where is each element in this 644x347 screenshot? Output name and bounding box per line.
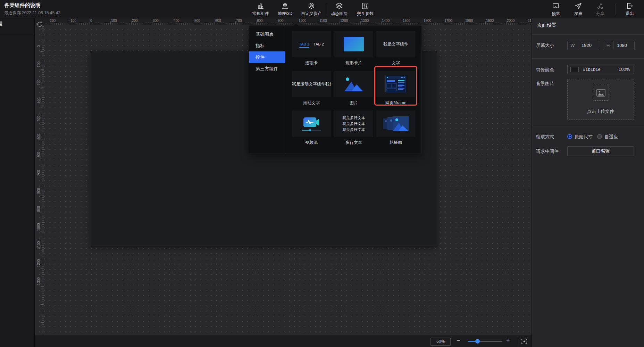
ruler-label: 900: [37, 204, 41, 214]
ruler-label: 1700: [444, 19, 452, 23]
upload-hint-text: 点击上传文件: [568, 108, 634, 115]
zoom-out-button[interactable]: −: [457, 337, 460, 344]
category-divider: [285, 26, 285, 154]
multiline-preview-line: 我是多行文本: [342, 121, 365, 127]
middleware-label: 请求中间件: [536, 148, 559, 155]
settings-divider: [532, 126, 644, 126]
radio-adaptive[interactable]: [597, 134, 602, 139]
ruler-label: 900: [278, 19, 284, 23]
component-card-text[interactable]: 我是文字组件 文字: [376, 31, 415, 66]
layers-icon: [324, 2, 354, 10]
image-placeholder-icon: [596, 89, 605, 97]
component-card-label: 轮播图: [376, 140, 415, 146]
screen-width-field[interactable]: W 1920: [567, 41, 599, 50]
toolbar-item-dynamic-layers[interactable]: 动态图层: [324, 1, 354, 17]
category-basic-charts[interactable]: 基础图表: [249, 28, 285, 40]
category-controls[interactable]: 控件: [249, 51, 285, 63]
workspace[interactable]: -200-10001002003004005006007008009001000…: [35, 18, 532, 336]
ruler-label: 1100: [37, 240, 41, 250]
toolbar-item-label: 自定义资产: [296, 11, 326, 17]
component-card-iframe[interactable]: 网页/iframe: [376, 71, 415, 106]
toolbar-item-custom-assets[interactable]: 自定义资产: [296, 1, 326, 17]
zoom-bar-divider: [517, 338, 517, 345]
ruler-label: 300: [37, 96, 41, 106]
multiline-preview-line: 我是多行文本: [342, 127, 365, 133]
toolbar-item-label: 地理/3D: [270, 11, 300, 17]
screen-height-field[interactable]: H 1080: [603, 41, 635, 50]
last-saved-timestamp: 最近保存 2022-11-08 15:45:42: [4, 10, 60, 16]
scrolling-text-preview: 我是滚动文字组件我是: [292, 81, 331, 87]
ruler-label: 100: [111, 19, 117, 23]
ruler-label: 1200: [340, 19, 348, 23]
toolbar-item-geo-3d[interactable]: 地理/3D: [270, 1, 300, 17]
component-card-image[interactable]: 图片: [334, 71, 373, 106]
iframe-preview-icon: [385, 76, 406, 92]
color-swatch[interactable]: [570, 67, 579, 72]
ruler-label: 1200: [37, 258, 41, 268]
toolbar-item-interactive-params[interactable]: 交互参数: [350, 1, 380, 17]
bg-image-upload-area[interactable]: 点击上传文件: [567, 79, 634, 120]
action-exit[interactable]: 退出: [615, 1, 644, 17]
bg-color-label: 背景颜色: [536, 67, 554, 73]
zoom-level-field[interactable]: 60%: [430, 338, 451, 346]
scale-mode-label: 缩放方式: [536, 134, 554, 140]
component-card-label: 滚动文字: [292, 100, 331, 106]
component-card-rect-card[interactable]: 矩形卡片: [334, 31, 373, 66]
ruler-reset-icon[interactable]: [36, 21, 43, 28]
toolbar-item-label: 交互参数: [350, 11, 380, 17]
settings-divider: [532, 34, 644, 35]
category-third-party[interactable]: 第三方组件: [249, 63, 285, 74]
ruler-label: 2000: [507, 19, 515, 23]
multiline-preview-line: 我是多行文本: [342, 115, 365, 121]
action-label: 分享: [585, 11, 615, 17]
radio-adaptive-label[interactable]: 自适应: [604, 134, 618, 140]
component-card-label: 选项卡: [292, 60, 331, 66]
component-category-list: 基础图表 指标 控件 第三方组件: [249, 26, 285, 154]
radio-original-size[interactable]: [567, 134, 572, 139]
component-card-multiline-text[interactable]: 我是多行文本 我是多行文本 我是多行文本 多行文本: [334, 110, 373, 146]
ruler-label: 700: [37, 168, 41, 178]
zoom-in-button[interactable]: +: [506, 337, 510, 344]
rect-card-preview: [344, 37, 364, 51]
color-hex-value: #1b1b1e: [583, 67, 601, 72]
component-card-label: 多行文本: [334, 140, 373, 146]
component-card-label: 网页/iframe: [376, 100, 415, 106]
editor-app: 各类组件的说明 最近保存 2022-11-08 15:45:42 常规组件 地理…: [0, 0, 644, 347]
ruler-label: -200: [49, 19, 56, 23]
height-key: H: [603, 41, 613, 50]
fit-to-screen-button[interactable]: [521, 338, 528, 345]
radio-original-size-label[interactable]: 原始尺寸: [575, 134, 593, 140]
component-card-label: 视频流: [292, 140, 331, 146]
layers-panel-collapsed[interactable]: 理: [0, 18, 35, 347]
bg-color-picker[interactable]: #1b1b1e 100%: [567, 65, 634, 74]
component-card-tabs[interactable]: TAB 1TAB 2 选项卡: [292, 31, 331, 66]
ruler-label: 800: [257, 19, 263, 23]
action-label: 退出: [615, 11, 644, 17]
component-card-video-stream[interactable]: 视频流: [292, 110, 331, 146]
ruler-label: 1600: [424, 19, 431, 23]
height-value[interactable]: 1080: [613, 41, 634, 50]
hexagon-asset-icon: [296, 2, 326, 10]
ruler-label: 300: [153, 19, 159, 23]
screen-size-label: 屏幕大小: [536, 42, 554, 49]
component-card-scrolling-text[interactable]: 我是滚动文字组件我是 滚动文字: [292, 71, 331, 106]
text-preview: 我是文字组件: [383, 41, 408, 47]
layers-panel-divider: [0, 35, 34, 35]
carousel-icon: [382, 116, 409, 132]
upload-placeholder-frame: [593, 85, 609, 101]
width-value[interactable]: 1920: [578, 41, 599, 50]
ruler-label: 500: [194, 19, 200, 23]
ruler-label: 800: [37, 186, 41, 196]
ruler-label: 200: [132, 19, 138, 23]
category-indicators[interactable]: 指标: [249, 40, 285, 51]
ruler-label: -100: [69, 19, 76, 23]
tab2-preview: TAB 2: [313, 42, 324, 46]
zoom-slider[interactable]: [468, 341, 502, 342]
window-edit-button[interactable]: 窗口编辑: [567, 146, 634, 156]
ruler-label: 700: [236, 19, 242, 23]
ruler-label: 1400: [382, 19, 390, 23]
zoom-slider-thumb[interactable]: [475, 339, 480, 344]
ruler-label: 0: [90, 19, 92, 23]
component-card-carousel[interactable]: 轮播图: [376, 110, 415, 146]
action-share[interactable]: 分享: [585, 1, 615, 17]
